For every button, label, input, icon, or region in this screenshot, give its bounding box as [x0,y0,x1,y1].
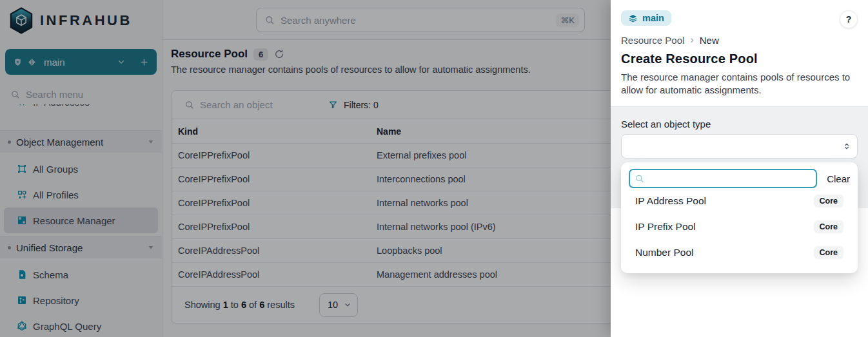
option-ip-address-pool[interactable]: IP Address Pool Core [629,188,850,214]
object-type-dropdown: Clear IP Address Pool Core IP Prefix Poo… [621,162,858,273]
breadcrumb-new: New [700,35,719,46]
chevron-right-icon: › [684,34,699,46]
search-icon [635,174,644,184]
app-screen: INFRAHUB main Search menu [0,0,868,337]
create-resource-pool-drawer: main ? Resource Pool › New Create Resour… [611,0,868,337]
drawer-header: main ? Resource Pool › New Create Resour… [611,0,868,106]
core-badge: Core [814,246,843,259]
help-button[interactable]: ? [840,10,858,28]
dropdown-search [629,169,817,188]
core-badge: Core [814,195,843,207]
dropdown-search-input[interactable] [629,169,817,188]
option-label: Number Pool [635,247,693,258]
clear-button[interactable]: Clear [827,173,850,184]
option-ip-prefix-pool[interactable]: IP Prefix Pool Core [629,214,850,240]
breadcrumb: Resource Pool › New [621,34,858,46]
drawer-title: Create Resource Pool [621,52,858,66]
modal-overlay[interactable] [0,0,611,337]
chevron-up-down-icon [842,142,851,151]
option-number-pool[interactable]: Number Pool Core [629,240,850,265]
branch-badge[interactable]: main [621,10,671,26]
object-type-select[interactable] [621,134,858,159]
object-type-label: Select an object type [621,119,858,130]
drawer-description: The resource manager contains pools of r… [621,71,854,97]
breadcrumb-resource-pool[interactable]: Resource Pool [621,35,684,46]
branch-badge-label: main [642,13,664,23]
option-label: IP Prefix Pool [635,221,696,233]
option-label: IP Address Pool [635,195,706,207]
layers-icon [628,14,638,23]
core-badge: Core [814,220,843,233]
